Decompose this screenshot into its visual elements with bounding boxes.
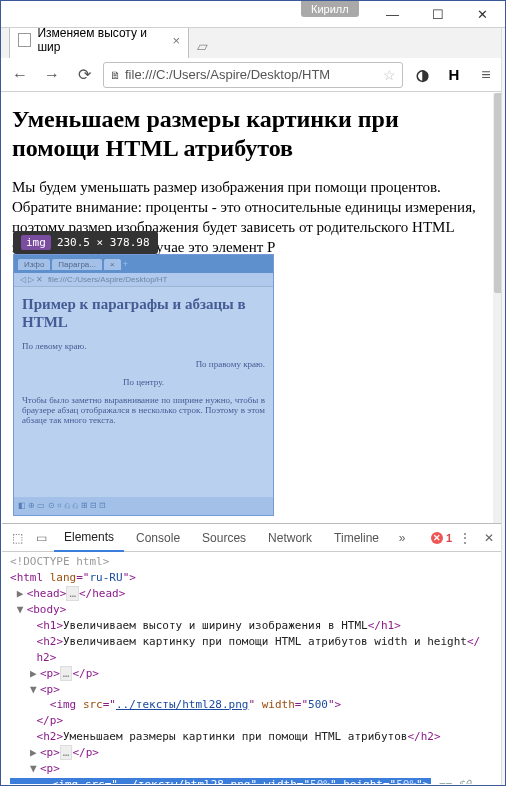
devtools-close-icon[interactable]: ✕	[478, 527, 500, 549]
tab-close-icon[interactable]: ×	[172, 33, 180, 48]
reload-button[interactable]: ⟳	[71, 62, 97, 88]
tab-title: Изменяем высоту и шир	[37, 26, 166, 54]
devtools-error-indicator[interactable]: ✕ 1	[431, 532, 452, 544]
inspected-image[interactable]: Изфо Парагра... × + ◁ ▷ ✕ file:///C:/Use…	[13, 254, 274, 516]
url-bar[interactable]: 🗎 file:///C:/Users/Aspire/Desktop/HTM ☆	[103, 62, 403, 88]
devtools-panel: ⬚ ▭ Elements Console Sources Network Tim…	[2, 523, 504, 784]
code-line[interactable]: <img src="../тексты/html28.png" width="5…	[10, 697, 500, 713]
back-button[interactable]: ←	[7, 62, 33, 88]
browser-tab-strip: Изменяем высоту и шир × ▱	[1, 28, 505, 58]
browser-toolbar: ← → ⟳ 🗎 file:///C:/Users/Aspire/Desktop/…	[1, 58, 505, 92]
page-heading: Уменьшаем размеры картинки при помощи HT…	[12, 105, 483, 163]
devtools-tab-network[interactable]: Network	[258, 525, 322, 551]
devtools-elements-tree[interactable]: <!DOCTYPE html> <html lang="ru-RU"> ▶<he…	[2, 552, 504, 784]
window-close-button[interactable]: ✕	[460, 1, 505, 27]
devtools-tab-console[interactable]: Console	[126, 525, 190, 551]
error-count-badge-icon: ✕	[431, 532, 443, 544]
devtools-tab-timeline[interactable]: Timeline	[324, 525, 389, 551]
code-line[interactable]: ▼<body>	[10, 602, 500, 618]
error-count: 1	[446, 532, 452, 544]
window-maximize-button[interactable]: ☐	[415, 1, 460, 27]
forward-button[interactable]: →	[39, 62, 65, 88]
code-line[interactable]: ▼<p>	[10, 682, 500, 698]
window-titlebar: Кирилл — ☐ ✕	[1, 1, 505, 28]
devtools-tab-elements[interactable]: Elements	[54, 524, 124, 552]
code-line[interactable]: ▶<p>…</p>	[10, 666, 500, 682]
code-line[interactable]: ▼<p>	[10, 761, 500, 777]
url-text: file:///C:/Users/Aspire/Desktop/HTM	[125, 67, 330, 82]
code-line[interactable]: <html lang="ru-RU">	[10, 570, 500, 586]
extension-h-icon[interactable]: H	[441, 62, 467, 88]
inspect-tag-name: img	[21, 235, 51, 250]
adjacent-window-edge	[501, 28, 505, 785]
code-line[interactable]: h2>	[10, 650, 500, 666]
code-line[interactable]: </p>	[10, 713, 500, 729]
bookmark-star-icon[interactable]: ☆	[383, 67, 396, 83]
inspect-dimensions: 230.5 × 378.98	[57, 236, 150, 249]
code-line[interactable]: ▶<p>…</p>	[10, 745, 500, 761]
device-toolbar-icon[interactable]: ▭	[30, 527, 52, 549]
devtools-menu-icon[interactable]: ⋮	[454, 527, 476, 549]
code-line[interactable]: <h1>Увеличиваем высоту и ширину изображе…	[10, 618, 500, 634]
devtools-more-tabs-icon[interactable]: »	[391, 527, 413, 549]
code-doctype: <!DOCTYPE html>	[10, 555, 109, 568]
devtools-tab-sources[interactable]: Sources	[192, 525, 256, 551]
extension-icon[interactable]: ◑	[409, 62, 435, 88]
inspect-element-icon[interactable]: ⬚	[6, 527, 28, 549]
devtools-tab-strip: ⬚ ▭ Elements Console Sources Network Tim…	[2, 524, 504, 552]
code-line[interactable]: ▶<head>…</head>	[10, 586, 500, 602]
window-minimize-button[interactable]: —	[370, 1, 415, 27]
chrome-menu-button[interactable]: ≡	[473, 62, 499, 88]
code-line[interactable]: <h2>Увеличиваем картинку при помощи HTML…	[10, 634, 500, 650]
element-inspect-tooltip: img 230.5 × 378.98	[13, 231, 158, 254]
tab-favicon-icon	[18, 33, 31, 47]
file-icon: 🗎	[110, 69, 121, 81]
user-badge[interactable]: Кирилл	[301, 1, 359, 17]
code-line[interactable]: <h2>Уменьшаем размеры картинки при помощ…	[10, 729, 500, 745]
devtools-selected-node[interactable]: <img src="../тексты/html28.png" width="5…	[10, 777, 500, 784]
new-tab-button[interactable]: ▱	[189, 34, 216, 58]
